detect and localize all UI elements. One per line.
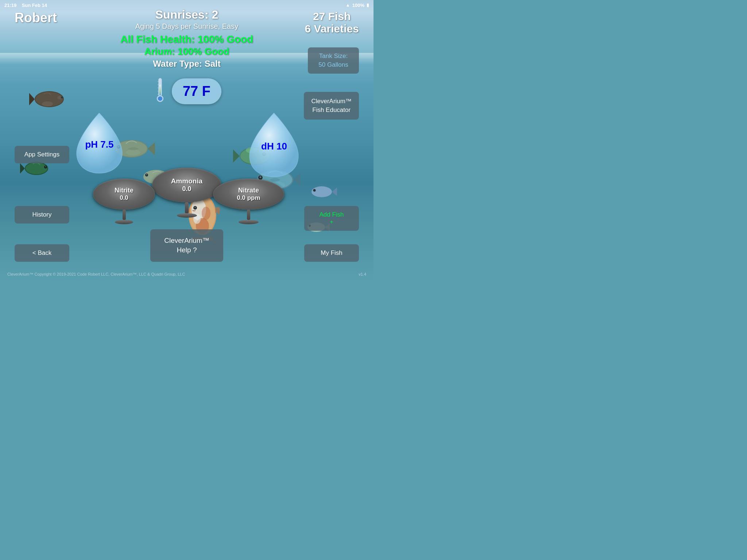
status-right: ▲ 100% ▮ [346, 3, 369, 8]
tank-size-button[interactable]: Tank Size: 50 Gallons [308, 47, 359, 74]
help-button[interactable]: CleverArium™Help ? [150, 229, 223, 262]
nitrite-value: 0.0 [120, 194, 128, 202]
arium-health-text: Arium: 100% Good [120, 46, 253, 57]
fish-educator-button[interactable]: CleverArium™Fish Educator [304, 92, 359, 120]
wifi-icon: ▲ [346, 3, 350, 8]
thermometer-icon [152, 77, 168, 106]
ammonia-label: Ammonia [171, 177, 203, 186]
status-bar: 21:19 Sun Feb 14 ▲ 100% ▮ [0, 0, 374, 10]
ph-drop-container[interactable]: pH 7.5 [73, 111, 126, 176]
my-fish-button[interactable]: My Fish [304, 244, 359, 262]
ph-value: pH 7.5 [73, 139, 126, 150]
nitrate-label: Nitrate [238, 187, 259, 195]
battery-icon: ▮ [367, 3, 369, 8]
dh-drop-container[interactable]: dH 10 [246, 111, 302, 180]
add-fish-button[interactable]: Add Fish + [304, 206, 359, 231]
app-settings-button[interactable]: App Settings [15, 146, 69, 163]
user-name: Robert [15, 10, 57, 26]
varieties-count: 6 Varieties [305, 23, 359, 35]
svg-point-54 [158, 96, 162, 101]
fish-count: 27 Fish [305, 10, 359, 23]
nitrate-gauge[interactable]: Nitrate 0.0 ppm [213, 179, 284, 224]
aging-text: Aging 5 Days per Sunrise, Easy [120, 22, 253, 31]
footer: CleverArium™ Copyright © 2019-2021 Code … [0, 272, 374, 276]
top-right-stats: 27 Fish 6 Varieties [305, 10, 359, 35]
ammonia-gauge[interactable]: Ammonia 0.0 [152, 168, 221, 218]
svg-rect-52 [159, 85, 161, 96]
nitrite-gauge[interactable]: Nitrite 0.0 [93, 179, 155, 224]
copyright-text: CleverArium™ Copyright © 2019-2021 Code … [7, 272, 185, 276]
nitrate-value: 0.0 ppm [237, 194, 260, 202]
fish-health-text: All Fish Health: 100% Good [120, 34, 253, 45]
temperature-value: 77 F [172, 78, 221, 104]
water-type-text: Water Type: Salt [120, 59, 253, 69]
history-button[interactable]: History [15, 206, 69, 223]
dh-value: dH 10 [246, 141, 302, 152]
nitrite-label: Nitrite [115, 187, 133, 195]
back-button[interactable]: < Back [15, 244, 69, 262]
ammonia-value: 0.0 [182, 185, 191, 193]
temperature-display[interactable]: 77 F [152, 77, 221, 106]
version-text: v1.4 [359, 272, 366, 276]
center-header: Sunrises: 2 Aging 5 Days per Sunrise, Ea… [120, 8, 253, 69]
status-time: 21:19 Sun Feb 14 [4, 3, 47, 8]
